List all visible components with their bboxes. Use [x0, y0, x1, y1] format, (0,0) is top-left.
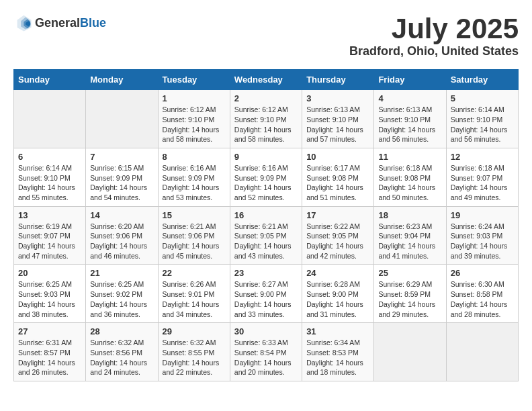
calendar-week-row: 1Sunrise: 6:12 AMSunset: 9:10 PMDaylight…: [14, 90, 519, 148]
calendar-cell: 16Sunrise: 6:21 AMSunset: 9:05 PMDayligh…: [230, 206, 302, 265]
calendar-cell: 14Sunrise: 6:20 AMSunset: 9:06 PMDayligh…: [86, 206, 158, 265]
calendar-cell: 30Sunrise: 6:33 AMSunset: 8:54 PMDayligh…: [230, 323, 302, 381]
calendar-cell: 7Sunrise: 6:15 AMSunset: 9:09 PMDaylight…: [86, 148, 158, 206]
cell-content: Sunrise: 6:25 AMSunset: 9:02 PMDaylight:…: [90, 279, 153, 319]
calendar-cell: 8Sunrise: 6:16 AMSunset: 9:09 PMDaylight…: [158, 148, 230, 206]
calendar-week-row: 13Sunrise: 6:19 AMSunset: 9:07 PMDayligh…: [14, 206, 519, 265]
cell-content: Sunrise: 6:12 AMSunset: 9:10 PMDaylight:…: [234, 105, 298, 144]
weekday-header-tuesday: Tuesday: [158, 70, 230, 90]
day-number: 10: [306, 152, 369, 162]
day-number: 6: [18, 152, 81, 162]
day-number: 5: [451, 93, 514, 103]
cell-content: Sunrise: 6:12 AMSunset: 9:10 PMDaylight:…: [163, 105, 226, 144]
calendar-cell: 23Sunrise: 6:27 AMSunset: 9:00 PMDayligh…: [230, 265, 302, 323]
calendar-cell: [14, 90, 86, 148]
calendar-cell: 6Sunrise: 6:14 AMSunset: 9:10 PMDaylight…: [14, 148, 86, 206]
day-number: 4: [378, 93, 441, 103]
cell-content: Sunrise: 6:21 AMSunset: 9:06 PMDaylight:…: [163, 222, 226, 261]
calendar-week-row: 6Sunrise: 6:14 AMSunset: 9:10 PMDaylight…: [14, 148, 519, 206]
calendar-cell: 1Sunrise: 6:12 AMSunset: 9:10 PMDaylight…: [158, 90, 230, 148]
day-number: 16: [234, 210, 298, 220]
calendar-cell: 4Sunrise: 6:13 AMSunset: 9:10 PMDaylight…: [374, 90, 446, 148]
title-block: July 2025 Bradford, Ohio, United States: [349, 13, 519, 58]
calendar-cell: 9Sunrise: 6:16 AMSunset: 9:09 PMDaylight…: [230, 148, 302, 206]
day-number: 1: [163, 93, 226, 103]
cell-content: Sunrise: 6:15 AMSunset: 9:09 PMDaylight:…: [90, 163, 153, 203]
calendar-week-row: 20Sunrise: 6:25 AMSunset: 9:03 PMDayligh…: [14, 265, 519, 323]
calendar-cell: 22Sunrise: 6:26 AMSunset: 9:01 PMDayligh…: [158, 265, 230, 323]
calendar-cell: 3Sunrise: 6:13 AMSunset: 9:10 PMDaylight…: [302, 90, 374, 148]
cell-content: Sunrise: 6:31 AMSunset: 8:57 PMDaylight:…: [18, 338, 81, 377]
calendar-cell: 12Sunrise: 6:18 AMSunset: 9:07 PMDayligh…: [446, 148, 518, 206]
cell-content: Sunrise: 6:32 AMSunset: 8:56 PMDaylight:…: [90, 338, 153, 377]
logo: General Blue: [13, 13, 106, 32]
weekday-header-monday: Monday: [86, 70, 158, 90]
cell-content: Sunrise: 6:14 AMSunset: 9:10 PMDaylight:…: [451, 105, 514, 144]
day-number: 13: [18, 210, 81, 220]
cell-content: Sunrise: 6:34 AMSunset: 8:53 PMDaylight:…: [306, 338, 369, 377]
weekday-header-row: SundayMondayTuesdayWednesdayThursdayFrid…: [14, 70, 519, 90]
calendar-cell: 19Sunrise: 6:24 AMSunset: 9:03 PMDayligh…: [446, 206, 518, 265]
weekday-header-saturday: Saturday: [446, 70, 518, 90]
cell-content: Sunrise: 6:24 AMSunset: 9:03 PMDaylight:…: [451, 222, 514, 261]
calendar-cell: 11Sunrise: 6:18 AMSunset: 9:08 PMDayligh…: [374, 148, 446, 206]
day-number: 8: [163, 152, 226, 162]
calendar-cell: 2Sunrise: 6:12 AMSunset: 9:10 PMDaylight…: [230, 90, 302, 148]
cell-content: Sunrise: 6:26 AMSunset: 9:01 PMDaylight:…: [163, 279, 226, 319]
day-number: 20: [18, 268, 81, 278]
calendar-cell: 18Sunrise: 6:23 AMSunset: 9:04 PMDayligh…: [374, 206, 446, 265]
logo-blue-text: Blue: [80, 16, 106, 30]
page-header: General Blue July 2025 Bradford, Ohio, U…: [13, 13, 519, 58]
day-number: 29: [163, 326, 226, 336]
calendar-cell: 17Sunrise: 6:22 AMSunset: 9:05 PMDayligh…: [302, 206, 374, 265]
calendar-cell: 26Sunrise: 6:30 AMSunset: 8:58 PMDayligh…: [446, 265, 518, 323]
logo-general-text: General: [35, 16, 80, 30]
cell-content: Sunrise: 6:17 AMSunset: 9:08 PMDaylight:…: [306, 163, 369, 203]
cell-content: Sunrise: 6:18 AMSunset: 9:07 PMDaylight:…: [451, 163, 514, 203]
day-number: 22: [163, 268, 226, 278]
day-number: 15: [163, 210, 226, 220]
weekday-header-thursday: Thursday: [302, 70, 374, 90]
cell-content: Sunrise: 6:14 AMSunset: 9:10 PMDaylight:…: [18, 163, 81, 203]
day-number: 9: [234, 152, 298, 162]
weekday-header-sunday: Sunday: [14, 70, 86, 90]
day-number: 31: [306, 326, 369, 336]
day-number: 3: [306, 93, 369, 103]
calendar-cell: [86, 90, 158, 148]
calendar-cell: 28Sunrise: 6:32 AMSunset: 8:56 PMDayligh…: [86, 323, 158, 381]
day-number: 25: [378, 268, 441, 278]
calendar-table: SundayMondayTuesdayWednesdayThursdayFrid…: [13, 69, 519, 381]
cell-content: Sunrise: 6:25 AMSunset: 9:03 PMDaylight:…: [18, 279, 81, 319]
cell-content: Sunrise: 6:16 AMSunset: 9:09 PMDaylight:…: [163, 163, 226, 203]
day-number: 14: [90, 210, 153, 220]
calendar-cell: 10Sunrise: 6:17 AMSunset: 9:08 PMDayligh…: [302, 148, 374, 206]
cell-content: Sunrise: 6:18 AMSunset: 9:08 PMDaylight:…: [378, 163, 441, 203]
logo-icon: [13, 13, 32, 32]
cell-content: Sunrise: 6:23 AMSunset: 9:04 PMDaylight:…: [378, 222, 441, 261]
calendar-cell: 29Sunrise: 6:32 AMSunset: 8:55 PMDayligh…: [158, 323, 230, 381]
cell-content: Sunrise: 6:22 AMSunset: 9:05 PMDaylight:…: [306, 222, 369, 261]
cell-content: Sunrise: 6:29 AMSunset: 8:59 PMDaylight:…: [378, 279, 441, 319]
calendar-cell: 25Sunrise: 6:29 AMSunset: 8:59 PMDayligh…: [374, 265, 446, 323]
cell-content: Sunrise: 6:13 AMSunset: 9:10 PMDaylight:…: [378, 105, 441, 144]
day-number: 27: [18, 326, 81, 336]
calendar-cell: [374, 323, 446, 381]
day-number: 28: [90, 326, 153, 336]
cell-content: Sunrise: 6:32 AMSunset: 8:55 PMDaylight:…: [163, 338, 226, 377]
day-number: 7: [90, 152, 153, 162]
cell-content: Sunrise: 6:13 AMSunset: 9:10 PMDaylight:…: [306, 105, 369, 144]
cell-content: Sunrise: 6:33 AMSunset: 8:54 PMDaylight:…: [234, 338, 298, 377]
weekday-header-wednesday: Wednesday: [230, 70, 302, 90]
day-number: 21: [90, 268, 153, 278]
calendar-cell: 5Sunrise: 6:14 AMSunset: 9:10 PMDaylight…: [446, 90, 518, 148]
cell-content: Sunrise: 6:28 AMSunset: 9:00 PMDaylight:…: [306, 279, 369, 319]
day-number: 2: [234, 93, 298, 103]
calendar-cell: 31Sunrise: 6:34 AMSunset: 8:53 PMDayligh…: [302, 323, 374, 381]
day-number: 11: [378, 152, 441, 162]
calendar-cell: 24Sunrise: 6:28 AMSunset: 9:00 PMDayligh…: [302, 265, 374, 323]
calendar-week-row: 27Sunrise: 6:31 AMSunset: 8:57 PMDayligh…: [14, 323, 519, 381]
day-number: 19: [451, 210, 514, 220]
location-title: Bradford, Ohio, United States: [349, 44, 519, 58]
calendar-cell: 15Sunrise: 6:21 AMSunset: 9:06 PMDayligh…: [158, 206, 230, 265]
day-number: 26: [451, 268, 514, 278]
